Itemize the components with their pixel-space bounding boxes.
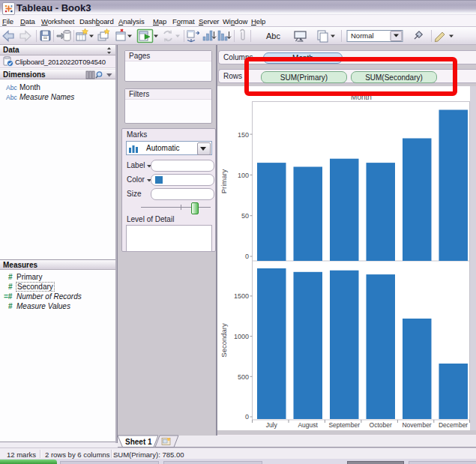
svg-text:150: 150 bbox=[238, 131, 249, 139]
svg-text:Primary: Primary bbox=[220, 169, 228, 193]
svg-text:1000: 1000 bbox=[234, 333, 249, 340]
svg-text:November: November bbox=[402, 421, 431, 429]
svg-text:1500: 1500 bbox=[234, 292, 249, 300]
svg-text:July: July bbox=[266, 421, 278, 429]
svg-text:December: December bbox=[439, 421, 468, 429]
svg-text:Normal: Normal bbox=[351, 31, 374, 40]
svg-text:50: 50 bbox=[241, 212, 249, 220]
svg-text:August: August bbox=[298, 421, 318, 429]
svg-text:Abc: Abc bbox=[266, 31, 280, 40]
svg-text:0: 0 bbox=[245, 413, 249, 421]
svg-text:September: September bbox=[328, 421, 360, 429]
svg-text:October: October bbox=[370, 421, 392, 429]
svg-text:0: 0 bbox=[245, 253, 249, 260]
svg-text:100: 100 bbox=[238, 172, 249, 179]
svg-text:Secondary: Secondary bbox=[220, 323, 228, 358]
svg-text:500: 500 bbox=[238, 373, 249, 381]
svg-text:Sheet 1: Sheet 1 bbox=[125, 438, 152, 446]
